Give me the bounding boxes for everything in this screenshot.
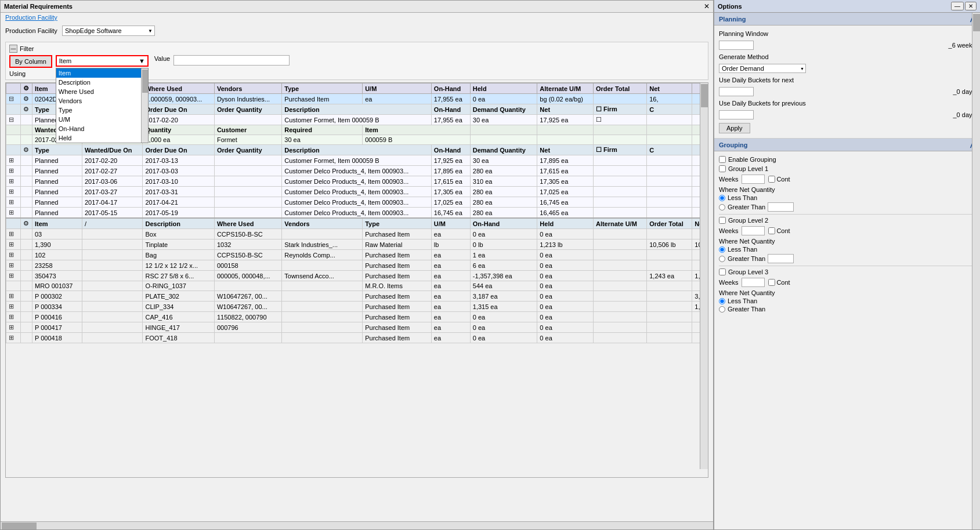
sep-1: [719, 214, 975, 215]
net-02042d: 16,: [647, 94, 692, 104]
dr1-required: 30 ea: [282, 135, 363, 145]
irp302-expand[interactable]: ⊞: [6, 291, 21, 302]
pr7-expand[interactable]: ⊞: [6, 208, 21, 219]
options-minimize-btn[interactable]: —: [951, 2, 964, 10]
filter-collapse-btn[interactable]: —: [9, 45, 17, 53]
pr1-firm[interactable]: ☐: [593, 115, 646, 125]
pr4-expand[interactable]: ⊞: [6, 176, 21, 187]
cont-checkbox-3[interactable]: [768, 279, 775, 286]
irp418-expand[interactable]: ⊞: [6, 333, 21, 343]
cont-checkbox-2[interactable]: [768, 227, 775, 234]
group-level3-checkbox[interactable]: [719, 268, 726, 275]
irp416-expand[interactable]: ⊞: [6, 312, 21, 322]
group-level3-label: Group Level 3: [728, 268, 768, 275]
facility-select[interactable]: ShopEdge Software: [62, 26, 155, 36]
irp302-desc: PLATE_302: [143, 291, 214, 302]
pr6-demand-qty: 280 ea: [470, 197, 537, 208]
enable-grouping-checkbox[interactable]: [719, 156, 726, 163]
pr2-type: Planned: [32, 155, 82, 166]
pr1-desc: Customer Formet, Item 000059 B: [282, 115, 432, 125]
less-than-radio-2[interactable]: [719, 246, 725, 253]
pr3-expand[interactable]: ⊞: [6, 166, 21, 176]
item-row-p000334: ⊞ P 000334 CLIP_334 W10647267, 00... Pur…: [6, 302, 708, 312]
daily-prev-input[interactable]: [719, 110, 754, 119]
greater-than-radio-1[interactable]: [719, 204, 725, 210]
by-column-button[interactable]: By Column: [9, 55, 52, 68]
greater-than-radio-3[interactable]: [719, 306, 725, 313]
planning-window-row: Planning Window: [719, 30, 975, 37]
pr1-expand[interactable]: ⊟: [6, 115, 21, 125]
sh2-wanted: Wanted/Due On: [82, 145, 143, 155]
pr2-order-due: 2017-03-13: [143, 155, 214, 166]
dropdown-scrollbar[interactable]: [141, 68, 148, 143]
pr1-demand-qty: 30 ea: [470, 115, 537, 125]
ir03-expand[interactable]: ⊞: [6, 229, 21, 239]
planning-section-content: Planning Window _6 weeks Generate Method…: [714, 26, 980, 138]
cont-label-2: Cont: [776, 227, 790, 234]
pr6-expand[interactable]: ⊞: [6, 197, 21, 208]
dropdown-item-whereused[interactable]: Where Used: [56, 87, 148, 96]
greater-than-radio-2[interactable]: [719, 256, 725, 262]
items-header-row: ⚙ Item / Description Where Used Vendors …: [6, 218, 708, 229]
column-dropdown-list[interactable]: Item Description Where Used Vendors Type…: [56, 68, 149, 143]
weeks-input-1[interactable]: [742, 175, 765, 184]
column-dropdown-value: Item: [59, 57, 71, 64]
item-row-23258: ⊞ 23258 12 1/2 x 12 1/2 x... 000158 Purc…: [6, 260, 708, 271]
group-level1-checkbox[interactable]: [719, 165, 726, 172]
group-level1-weeks-row: Weeks Cont: [719, 175, 975, 184]
irp416-on-hand: 0 ea: [470, 312, 537, 322]
ir102-expand[interactable]: ⊞: [6, 250, 21, 260]
pr2-net: 17,895 ea: [537, 155, 594, 166]
column-dropdown[interactable]: Item ▼: [56, 55, 149, 67]
group-level2-checkbox[interactable]: [719, 217, 726, 224]
weeks-input-3[interactable]: [742, 278, 765, 287]
production-facility-link[interactable]: Production Facility: [5, 14, 57, 21]
where-net-qty-label-1: Where Net Quantity: [719, 186, 975, 193]
greater-than-value-1[interactable]: [768, 202, 794, 212]
close-button[interactable]: ✕: [704, 2, 710, 10]
options-close-btn[interactable]: ✕: [965, 2, 977, 10]
dropdown-item-type[interactable]: Type: [56, 106, 148, 115]
weeks-input-2[interactable]: [742, 226, 765, 235]
less-than-radio-1[interactable]: [719, 195, 725, 201]
daily-next-input[interactable]: [719, 87, 754, 96]
dropdown-item-description[interactable]: Description: [56, 78, 148, 87]
ir1390-held: 1,213 lb: [537, 239, 594, 250]
sh2-c: C: [647, 145, 692, 155]
cont-checkbox-1[interactable]: [768, 176, 775, 183]
greater-than-value-2[interactable]: [768, 254, 794, 263]
pr5-expand[interactable]: ⊞: [6, 187, 21, 197]
irp334-expand[interactable]: ⊞: [6, 302, 21, 312]
ir03-where-used: CCPS150-B-SC: [214, 229, 281, 239]
sh2-on-hand: On-Hand: [431, 145, 470, 155]
irp417-held: 0 ea: [537, 322, 594, 333]
pr2-c: [647, 155, 692, 166]
dropdown-item-item[interactable]: Item: [56, 68, 148, 78]
irp417-expand[interactable]: ⊞: [6, 322, 21, 333]
ir1390-expand[interactable]: ⊞: [6, 239, 21, 250]
options-vscroll[interactable]: [972, 13, 980, 529]
ir350473-expand[interactable]: ⊞: [6, 271, 21, 281]
planning-window-input[interactable]: [719, 41, 754, 50]
dropdown-item-held[interactable]: Held: [56, 133, 148, 143]
pr2-expand[interactable]: ⊞: [6, 155, 21, 166]
value-input[interactable]: [173, 55, 290, 66]
grid-vscroll[interactable]: [700, 83, 708, 469]
h-scrollbar[interactable]: [1, 521, 713, 529]
sh2-expand: [6, 145, 21, 155]
generate-method-select[interactable]: Order DemandAll Demand: [719, 64, 806, 73]
ir23258-expand[interactable]: ⊞: [6, 260, 21, 271]
col-alt-um: Alternate U/M: [537, 84, 594, 94]
ir350473-type: Purchased Item: [363, 271, 432, 281]
dropdown-item-vendors[interactable]: Vendors: [56, 96, 148, 106]
dropdown-item-um[interactable]: U/M: [56, 115, 148, 124]
expand-02042d[interactable]: ⊟: [6, 94, 21, 104]
gear-02042d[interactable]: ⚙: [21, 94, 32, 104]
daily-next-label-row: Use Daily Buckets for next: [719, 77, 975, 84]
apply-button[interactable]: Apply: [719, 123, 750, 133]
pr3-desc: Customer Delco Products_4, Item 000903..…: [282, 166, 432, 176]
sh2-order-qty: Order Quantity: [214, 145, 281, 155]
col-um: U/M: [363, 84, 432, 94]
less-than-radio-3[interactable]: [719, 298, 725, 304]
dropdown-item-onhand[interactable]: On-Hand: [56, 124, 148, 133]
